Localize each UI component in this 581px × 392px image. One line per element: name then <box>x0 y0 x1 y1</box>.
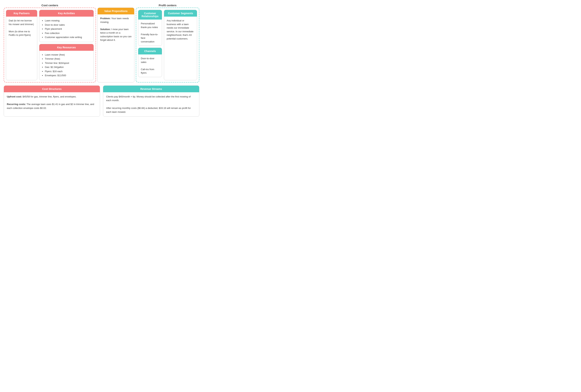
customer-segments-card: Customer Segments Any individual or busi… <box>164 10 197 80</box>
customer-segments-wrapper: Customer Segments Any individual or busi… <box>164 10 197 80</box>
customer-relationships-card: Customer Relationships Personalized than… <box>138 10 162 46</box>
value-propositions-body: Problem: Your lawn needs mowing. Solutio… <box>98 14 134 44</box>
cost-centers-section: Key Partners Dad (to let me borrow his m… <box>4 8 96 82</box>
activities-resources-stack: Key Activities Lawn mowingDoor-to-door s… <box>39 10 94 80</box>
key-activities-card: Key Activities Lawn mowingDoor-to-door s… <box>39 10 94 42</box>
cost-upfront-label: Upfront cost: <box>7 95 22 98</box>
bottom-section: Cost Structures Upfront cost: $45/58 for… <box>4 86 199 117</box>
cost-centers-label: Cost centers <box>4 4 96 7</box>
key-resources-item: Envelopes: $11/500 <box>45 74 91 77</box>
key-partners-body: Dad (to let me borrow his mower and trim… <box>6 16 37 80</box>
key-resources-item: Trimmer (free) <box>45 57 91 61</box>
key-activities-item: Door-to-door sales <box>45 23 91 27</box>
key-partners-item-1: Dad (to let me borrow his mower and trim… <box>9 19 34 26</box>
value-propositions-card: Value Propositions Problem: Your lawn ne… <box>98 8 134 82</box>
key-activities-item: Flyer placement <box>45 27 91 31</box>
key-partners-header: Key Partners <box>6 10 37 16</box>
key-resources-header: Key Resources <box>39 44 94 51</box>
cr-item-1: Personalized thank-you notes <box>141 22 159 29</box>
vp-problem: Problem: Your lawn needs mowing. <box>100 16 132 24</box>
key-activities-item: Customer appreciation note writing <box>45 36 91 39</box>
key-partners-card: Key Partners Dad (to let me borrow his m… <box>6 10 37 80</box>
cost-recurring-label: Recurring costs: <box>7 103 26 106</box>
customer-relationships-header: Customer Relationships <box>138 10 162 20</box>
revenue-line-2: After recurring monthly costs ($6.84) a … <box>106 106 196 114</box>
vp-solution-label: Solution: <box>100 28 110 31</box>
revenue-line-1: Clients pay $40/month + tip. Money shoul… <box>106 95 196 102</box>
channels-body: Door-to-door sales Call-ins from flyers <box>138 54 162 77</box>
profit-left-stack: Customer Relationships Personalized than… <box>138 10 162 80</box>
cost-structures-header: Cost Structures <box>4 86 100 92</box>
key-activities-item: Lawn mowing <box>45 19 91 22</box>
channels-header: Channels <box>138 48 162 54</box>
key-resources-list: Lawn mower (free)Trimmer (free)Timmer li… <box>42 53 91 77</box>
profit-centers-label: Profit centers <box>136 4 199 7</box>
key-resources-item: Lawn mower (free) <box>45 53 91 57</box>
key-resources-item: Timmer line: $16/spool <box>45 61 91 65</box>
revenue-streams-header: Revenue Streams <box>103 86 199 92</box>
key-activities-list: Lawn mowingDoor-to-door salesFlyer place… <box>42 19 91 39</box>
value-propositions-section: Value Propositions Problem: Your lawn ne… <box>98 8 134 82</box>
value-propositions-header: Value Propositions <box>98 8 134 14</box>
key-partners-item-2: Mom (to drive me to FedEx to print flyer… <box>9 30 34 37</box>
vp-solution: Solution: I mow your lawn twice a month … <box>100 28 132 42</box>
customer-relationships-body: Personalized thank-you notes Friendly fa… <box>138 20 162 46</box>
key-resources-body: Lawn mower (free)Trimmer (free)Timmer li… <box>39 51 94 80</box>
revenue-streams-body: Clients pay $40/month + tip. Money shoul… <box>103 92 199 117</box>
key-resources-item: Flyers: $16 each <box>45 70 91 73</box>
key-resources-card: Key Resources Lawn mower (free)Trimmer (… <box>39 44 94 80</box>
key-activities-item: Fee collection <box>45 31 91 35</box>
channels-item-1: Door-to-door sales <box>141 57 159 64</box>
cost-recurring: Recurring costs: The average lawn uses $… <box>7 102 97 110</box>
key-resources-item: Gas: $2.34/gallon <box>45 65 91 69</box>
revenue-streams-card: Revenue Streams Clients pay $40/month + … <box>103 86 199 117</box>
key-activities-body: Lawn mowingDoor-to-door salesFlyer place… <box>39 16 94 42</box>
vp-problem-label: Problem: <box>100 17 110 20</box>
channels-card: Channels Door-to-door sales Call-ins fro… <box>138 48 162 77</box>
cost-upfront: Upfront cost: $45/58 for gas, trimmer li… <box>7 95 97 99</box>
cost-structures-card: Cost Structures Upfront cost: $45/58 for… <box>4 86 100 117</box>
profit-centers-section: Customer Relationships Personalized than… <box>136 8 199 82</box>
cost-upfront-text: $45/58 for gas, trimmer line, flyers, an… <box>22 95 76 98</box>
channels-item-2: Call-ins from flyers <box>141 68 159 75</box>
cost-structures-body: Upfront cost: $45/58 for gas, trimmer li… <box>4 92 100 113</box>
customer-segments-header: Customer Segments <box>164 10 197 16</box>
key-activities-header: Key Activities <box>39 10 94 16</box>
cr-item-2: Friendly face-to-face conversation <box>141 33 159 44</box>
customer-segments-body: Any individual or business with a lawn n… <box>164 16 197 80</box>
